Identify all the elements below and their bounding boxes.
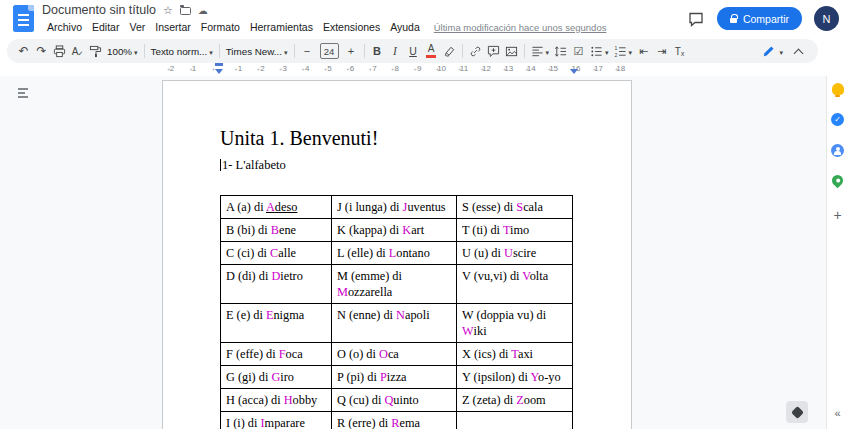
- tasks-icon[interactable]: ✓: [831, 113, 844, 126]
- paragraph-style-dropdown[interactable]: Texto norm...: [149, 41, 215, 61]
- table-cell[interactable]: X (ics) di Taxi: [457, 343, 573, 366]
- hide-menus-button[interactable]: [794, 48, 804, 58]
- alphabet-table[interactable]: A (a) di AdesoJ (i lunga) di JuventusS (…: [220, 195, 573, 429]
- last-modified-link[interactable]: Última modificación hace unos segundos: [434, 22, 607, 33]
- table-cell[interactable]: Z (zeta) di Zoom: [457, 389, 573, 412]
- document-title-input[interactable]: Documento sin título: [42, 3, 156, 17]
- clear-formatting-button[interactable]: Tₓ: [671, 41, 688, 61]
- open-comments-button[interactable]: [687, 10, 705, 28]
- italic-button[interactable]: I: [387, 41, 404, 61]
- caret-down-icon: [207, 46, 213, 57]
- table-row: C (ci) di CalleL (elle) di LontanoU (u) …: [221, 242, 573, 265]
- font-family-dropdown[interactable]: Times New...: [224, 41, 290, 61]
- undo-button[interactable]: [15, 41, 32, 61]
- underline-button[interactable]: U: [405, 41, 422, 61]
- align-dropdown[interactable]: [529, 41, 552, 61]
- table-cell[interactable]: Y (ipsilon) di Yo-yo: [457, 366, 573, 389]
- table-cell[interactable]: G (gi) di Giro: [221, 366, 332, 389]
- table-cell[interactable]: N (enne) di Napoli: [332, 304, 457, 343]
- table-cell[interactable]: B (bi) di Bene: [221, 219, 332, 242]
- table-cell[interactable]: V (vu,vi) di Volta: [457, 265, 573, 304]
- text-color-button[interactable]: A: [423, 41, 440, 61]
- decrease-font-size-button[interactable]: [299, 41, 316, 61]
- increase-font-size-button[interactable]: [343, 41, 360, 61]
- indent-decrease-button[interactable]: [635, 41, 652, 61]
- table-cell[interactable]: Q (cu) di Quinto: [332, 389, 457, 412]
- table-cell[interactable]: S (esse) di Scala: [457, 196, 573, 219]
- docs-logo-fold: [28, 5, 34, 11]
- table-cell[interactable]: W (doppia vu) di Wiki: [457, 304, 573, 343]
- color-bar: [426, 55, 436, 58]
- menu-herramientas[interactable]: Herramientas: [245, 20, 318, 34]
- toolbar-divider: [219, 44, 220, 58]
- star-icon[interactable]: [163, 5, 173, 16]
- docs-logo-icon[interactable]: [13, 5, 34, 32]
- table-cell[interactable]: C (ci) di Calle: [221, 242, 332, 265]
- avatar[interactable]: N: [814, 6, 839, 31]
- table-cell[interactable]: U (u) di Uscire: [457, 242, 573, 265]
- table-cell[interactable]: O (o) di Oca: [332, 343, 457, 366]
- paint-format-button[interactable]: [87, 41, 104, 61]
- horizontal-ruler[interactable]: 21123456789101112131415161718: [0, 63, 826, 76]
- table-cell[interactable]: P (pi) di Pizza: [332, 366, 457, 389]
- table-cell[interactable]: M (emme) di Mozzarella: [332, 265, 457, 304]
- table-cell[interactable]: K (kappa) di Kart: [332, 219, 457, 242]
- table-cell[interactable]: R (erre) di Rema: [332, 412, 457, 429]
- insert-link-button[interactable]: [467, 41, 484, 61]
- doc-heading[interactable]: Unita 1. Benvenuti!: [220, 125, 574, 151]
- numbered-list-dropdown[interactable]: 12: [612, 41, 635, 61]
- svg-text:1: 1: [614, 45, 617, 51]
- keep-icon[interactable]: [832, 83, 844, 95]
- table-cell[interactable]: J (i lunga) di Juventus: [332, 196, 457, 219]
- table-cell[interactable]: L (elle) di Lontano: [332, 242, 457, 265]
- spellcheck-button[interactable]: A✓: [69, 41, 86, 61]
- add-comment-button[interactable]: [485, 41, 502, 61]
- bold-button[interactable]: B: [369, 41, 386, 61]
- toolbar-divider: [364, 44, 365, 58]
- menu-formato[interactable]: Formato: [196, 20, 245, 34]
- table-cell[interactable]: [457, 412, 573, 429]
- bulleted-list-dropdown[interactable]: [588, 41, 611, 61]
- menu-insertar[interactable]: Insertar: [150, 20, 196, 34]
- table-cell[interactable]: F (effe) di Foca: [221, 343, 332, 366]
- menu-ayuda[interactable]: Ayuda: [385, 20, 425, 34]
- table-cell[interactable]: D (di) di Dietro: [221, 265, 332, 304]
- table-cell[interactable]: T (ti) di Timo: [457, 219, 573, 242]
- document-page[interactable]: Unita 1. Benvenuti! 1- L'alfabeto A (a) …: [162, 80, 632, 429]
- table-cell[interactable]: A (a) di Adeso: [221, 196, 332, 219]
- document-outline-button[interactable]: [15, 85, 31, 101]
- hide-side-panel-button[interactable]: «: [834, 407, 840, 419]
- line-spacing-button[interactable]: [552, 41, 569, 61]
- menu-editar[interactable]: Editar: [87, 20, 124, 34]
- first-line-indent-marker[interactable]: [215, 63, 223, 66]
- insert-image-button[interactable]: [503, 41, 520, 61]
- table-cell[interactable]: H (acca) di Hobby: [221, 389, 332, 412]
- explore-button[interactable]: [786, 401, 808, 423]
- editing-mode-dropdown[interactable]: [757, 41, 788, 61]
- doc-subtitle[interactable]: 1- L'alfabeto: [220, 157, 574, 173]
- right-indent-marker[interactable]: [570, 69, 578, 74]
- zoom-dropdown[interactable]: 100%: [105, 41, 140, 61]
- get-addons-button[interactable]: +: [833, 208, 841, 222]
- table-cell[interactable]: I (i) di Imparare: [221, 412, 332, 429]
- share-button[interactable]: Compartir: [717, 7, 802, 30]
- maps-icon[interactable]: [830, 173, 846, 189]
- text-color-letter: A: [428, 44, 435, 54]
- menu-archivo[interactable]: Archivo: [42, 20, 87, 34]
- contacts-icon[interactable]: [831, 144, 844, 157]
- table-row: I (i) di ImparareR (erre) di Rema: [221, 412, 573, 429]
- print-button[interactable]: [51, 41, 68, 61]
- redo-button[interactable]: [33, 41, 50, 61]
- menu-ver[interactable]: Ver: [124, 20, 150, 34]
- ruler-number: 1: [192, 64, 196, 73]
- menu-extensiones[interactable]: Extensiones: [318, 20, 385, 34]
- indent-increase-button[interactable]: [653, 41, 670, 61]
- move-folder-icon[interactable]: [180, 7, 191, 15]
- checklist-button[interactable]: [570, 41, 587, 61]
- cloud-status-icon[interactable]: [198, 5, 208, 16]
- font-size-input[interactable]: 24: [320, 43, 339, 59]
- table-cell[interactable]: E (e) di Enigma: [221, 304, 332, 343]
- left-indent-marker[interactable]: [215, 69, 223, 74]
- paragraph-style-value: Texto norm...: [151, 46, 208, 57]
- highlight-color-button[interactable]: [441, 41, 458, 61]
